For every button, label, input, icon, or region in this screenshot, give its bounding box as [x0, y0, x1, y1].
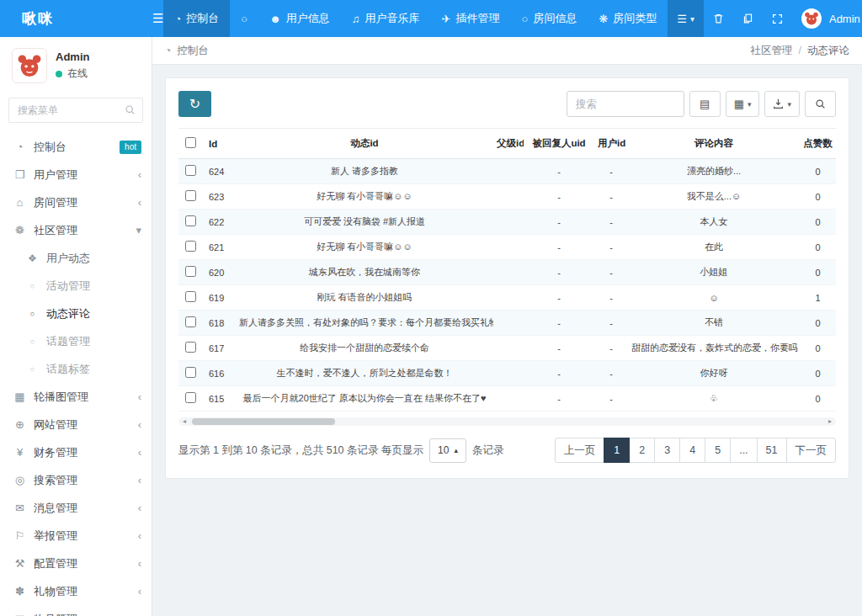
- sidebar-item[interactable]: ¥ 财务管理 ‹: [0, 438, 152, 466]
- list-icon: ☰: [677, 13, 687, 25]
- row-checkbox[interactable]: [185, 165, 196, 176]
- cell-user-id: -: [594, 311, 628, 336]
- row-checkbox[interactable]: [185, 316, 196, 327]
- horizontal-scrollbar[interactable]: ◂ ▸: [178, 417, 836, 426]
- sidebar-item-label: 控制台: [34, 140, 112, 155]
- chevron-icon: ‹: [138, 446, 141, 459]
- sidebar-item[interactable]: ✉ 消息管理 ‹: [0, 494, 152, 522]
- sidebar-item[interactable]: ○ 话题管理: [0, 327, 152, 355]
- cell-id: 619: [202, 285, 236, 311]
- sidebar-item[interactable]: ❁ 社区管理 ▾: [0, 216, 152, 244]
- select-all-checkbox[interactable]: [185, 137, 196, 148]
- sidebar-toggle-button[interactable]: ☰: [152, 0, 163, 37]
- column-header-likes: 点赞数: [800, 129, 836, 159]
- topnav-item[interactable]: ☻ 用户信息: [258, 0, 341, 37]
- online-status-dot: [56, 71, 62, 77]
- row-checkbox[interactable]: [185, 392, 196, 403]
- sidebar-item[interactable]: ⌂ 房间管理 ‹: [0, 189, 152, 216]
- cell-id: 616: [202, 361, 236, 386]
- community-mgmt-icon: ❁: [13, 224, 26, 236]
- topnav-item[interactable]: ✈ 插件管理: [431, 0, 511, 37]
- cell-likes: 0: [800, 235, 836, 260]
- cell-likes: 0: [800, 311, 836, 336]
- sidebar-item[interactable]: ◔ 控制台 hot: [0, 133, 152, 161]
- user-name-label: Admin: [829, 13, 860, 25]
- detail-view-button[interactable]: ▤: [689, 91, 721, 117]
- sidebar-item[interactable]: ▦ 轮播图管理 ‹: [0, 383, 152, 411]
- topnav-item[interactable]: ○ 房间信息: [511, 0, 588, 37]
- breadcrumb-parent[interactable]: 社区管理: [751, 44, 793, 58]
- dashboard-icon: ◔: [165, 45, 171, 56]
- fullscreen-button[interactable]: [763, 0, 792, 37]
- cell-user-id: -: [594, 285, 628, 311]
- cell-comment: 不错: [628, 311, 800, 336]
- topnav-item[interactable]: ♫ 用户音乐库: [341, 0, 431, 37]
- cell-reply-uid: -: [524, 336, 594, 361]
- table-row: 623 好无聊 有小哥哥嘛☺☺ - - 我不是么...☺ 0: [178, 184, 836, 210]
- refresh-button[interactable]: ↻: [178, 91, 211, 117]
- sidebar-item[interactable]: ⚐ 举报管理 ‹: [0, 522, 152, 550]
- row-checkbox[interactable]: [185, 241, 196, 252]
- cell-user-id: -: [594, 336, 628, 361]
- layout-menu-dropdown[interactable]: ☰ ▾: [668, 0, 704, 37]
- cell-parent-id: [493, 361, 524, 386]
- sidebar-item[interactable]: ⊕ 网站管理 ‹: [0, 411, 152, 438]
- clear-cache-button[interactable]: [704, 0, 733, 37]
- topnav-item[interactable]: ◔ 控制台: [163, 0, 230, 37]
- breadcrumb[interactable]: ◔ 控制台: [165, 44, 209, 58]
- topnav: ◔ 控制台 ○ ☻ 用户信息 ♫ 用户音乐库 ✈ 插件管理: [163, 0, 668, 37]
- user-menu[interactable]: Admin: [792, 0, 862, 37]
- scroll-right-icon[interactable]: ▸: [826, 417, 834, 426]
- cell-likes: 0: [800, 184, 836, 210]
- page-button[interactable]: ...: [730, 438, 757, 463]
- next-page-button[interactable]: 下一页: [786, 438, 837, 463]
- export-dropdown-button[interactable]: ▾: [764, 91, 800, 117]
- sidebar-item[interactable]: ❒ 用户管理 ‹: [0, 161, 152, 189]
- menu-search-input[interactable]: [8, 98, 143, 123]
- search-toggle-button[interactable]: [805, 91, 836, 117]
- sidebar-item[interactable]: ⚒ 配置管理 ‹: [0, 550, 152, 577]
- row-checkbox[interactable]: [185, 190, 196, 201]
- topnav-item[interactable]: ❋ 房间类型: [588, 0, 668, 37]
- scroll-left-icon[interactable]: ◂: [180, 417, 189, 426]
- refresh-icon: ↻: [189, 96, 200, 112]
- page-button[interactable]: 5: [705, 438, 731, 463]
- row-checkbox[interactable]: [185, 367, 196, 378]
- sidebar-item[interactable]: ○ 动态评论: [0, 300, 152, 327]
- table-row: 620 城东风在吹，我在城南等你 - - 小姐姐 0: [178, 260, 836, 285]
- page-button[interactable]: 3: [654, 438, 680, 463]
- horizontal-scrollbar-thumb[interactable]: [192, 418, 335, 425]
- cell-id: 615: [202, 386, 236, 412]
- sidebar-item[interactable]: ○ 话题标签: [0, 355, 152, 383]
- row-checkbox[interactable]: [185, 291, 196, 302]
- prev-page-button[interactable]: 上一页: [555, 438, 605, 463]
- sidebar-item[interactable]: ✽ 礼物管理 ‹: [0, 577, 152, 605]
- page-button[interactable]: 2: [629, 438, 655, 463]
- topnav-item-label: 插件管理: [456, 11, 500, 26]
- page-size-dropdown[interactable]: 10 ▴: [429, 438, 466, 463]
- row-checkbox[interactable]: [185, 266, 196, 277]
- page-button[interactable]: 51: [757, 438, 787, 463]
- sidebar-item-label: 用户管理: [34, 167, 130, 183]
- sidebar-item[interactable]: ▣ 物品管理 ‹: [0, 605, 152, 616]
- sidebar-item[interactable]: ◎ 搜索管理 ‹: [0, 466, 152, 494]
- page-button[interactable]: 4: [679, 438, 705, 463]
- sidebar-item[interactable]: ❖ 用户动态: [0, 244, 152, 272]
- row-checkbox[interactable]: [185, 342, 196, 353]
- table-row: 615 最后一个月就20世纪了 原本以为你会一直在 结果你不在了♥ - - ♧ …: [178, 386, 836, 412]
- website-mgmt-icon: ⊕: [13, 418, 26, 431]
- cell-parent-id: [493, 386, 524, 412]
- columns-dropdown-button[interactable]: ▦ ▾: [726, 91, 760, 117]
- cell-post-id: 最后一个月就20世纪了 原本以为你会一直在 结果你不在了♥: [236, 386, 493, 412]
- chevron-icon: ‹: [138, 557, 141, 570]
- page-button[interactable]: 1: [604, 438, 630, 463]
- table-search-input[interactable]: [567, 91, 684, 117]
- cell-user-id: -: [594, 235, 628, 260]
- row-checkbox[interactable]: [185, 215, 196, 226]
- chevron-icon: ‹: [138, 168, 141, 181]
- copy-files-button[interactable]: [733, 0, 763, 37]
- room-info-icon: ○: [522, 13, 529, 25]
- topnav-item[interactable]: ○: [230, 0, 258, 37]
- cell-reply-uid: -: [524, 210, 594, 235]
- sidebar-item[interactable]: ○ 活动管理: [0, 272, 152, 300]
